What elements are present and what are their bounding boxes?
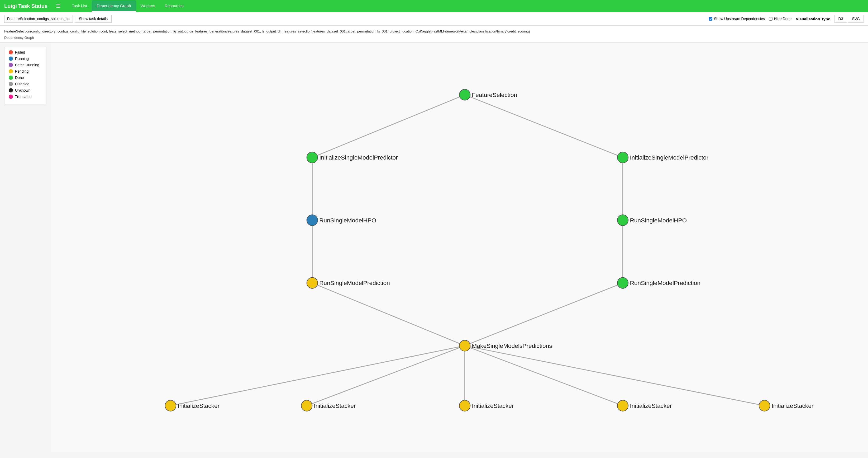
legend-item-disabled: Disabled (9, 82, 42, 86)
graph-node[interactable]: InitializeStacker (301, 400, 356, 411)
right-controls: Show Upstream Dependencies Hide Done Vis… (709, 15, 864, 23)
nav-resources[interactable]: Resources (160, 0, 188, 12)
node-circle (301, 400, 312, 411)
graph-node[interactable]: InitializeStacker (759, 400, 814, 411)
nav-dependency-graph[interactable]: Dependency Graph (92, 0, 135, 12)
legend-label: Truncated (15, 94, 32, 99)
graph-label: Dependency Graph (4, 35, 864, 40)
legend-dot (9, 63, 13, 67)
hamburger-icon[interactable]: ☰ (56, 3, 61, 9)
node-label: InitializeStacker (472, 402, 514, 409)
graph-node[interactable]: InitializeStacker (165, 400, 220, 411)
node-label: InitializeSingleModelPredictor (630, 154, 708, 161)
node-circle (307, 152, 318, 163)
show-upstream-label: Show Upstream Dependencies (714, 17, 765, 21)
graph-area: FeatureSelectionInitializeSingleModelPre… (51, 42, 868, 453)
dependency-graph-svg: FeatureSelectionInitializeSingleModelPre… (51, 42, 868, 453)
graph-node[interactable]: MakeSingleModelsPredictions (459, 340, 552, 351)
node-label: InitializeStacker (314, 402, 356, 409)
node-circle (617, 152, 628, 163)
graph-edge (312, 283, 465, 346)
node-label: RunSingleModelHPO (630, 217, 687, 224)
vis-d3-button[interactable]: D3 (835, 15, 847, 23)
main-nav: Task List Dependency Graph Workers Resou… (67, 0, 188, 12)
graph-node[interactable]: FeatureSelection (459, 89, 517, 100)
node-label: FeatureSelection (472, 91, 517, 98)
app-title: Luigi Task Status (4, 3, 48, 9)
node-label: InitializeStacker (771, 402, 813, 409)
node-label: InitializeStacker (178, 402, 219, 409)
legend-item-done: Done (9, 76, 42, 80)
node-circle (165, 400, 176, 411)
legend-item-truncated: Truncated (9, 94, 42, 99)
node-circle (459, 340, 470, 351)
hide-done-label: Hide Done (774, 17, 792, 21)
node-label: MakeSingleModelsPredictions (472, 342, 552, 349)
node-circle (307, 215, 318, 226)
legend-label: Running (15, 57, 29, 61)
vis-svg-button[interactable]: SVG (848, 15, 864, 23)
legend-label: Batch Running (15, 63, 39, 67)
legend-dot (9, 88, 13, 92)
node-circle (459, 400, 470, 411)
nav-workers[interactable]: Workers (136, 0, 160, 12)
task-input[interactable] (4, 15, 73, 23)
show-upstream-checkbox-label[interactable]: Show Upstream Dependencies (709, 17, 765, 21)
node-circle (617, 278, 628, 288)
node-circle (617, 215, 628, 226)
legend-label: Unknown (15, 88, 30, 92)
show-upstream-checkbox[interactable] (709, 17, 712, 21)
node-label: InitializeSingleModelPredictor (319, 154, 398, 161)
legend-item-unknown: Unknown (9, 88, 42, 92)
nav-task-list[interactable]: Task List (67, 0, 92, 12)
graph-edge (465, 346, 765, 406)
graph-edge (465, 283, 623, 346)
legend-item-failed: Failed (9, 50, 42, 54)
header: Luigi Task Status ☰ Task List Dependency… (0, 0, 868, 12)
node-circle (617, 400, 628, 411)
legend-item-running: Running (9, 57, 42, 61)
node-label: RunSingleModelPrediction (319, 280, 390, 287)
legend-dot (9, 76, 13, 80)
node-circle (459, 89, 470, 100)
graph-node[interactable]: InitializeStacker (617, 400, 672, 411)
graph-edge (307, 346, 465, 406)
legend-label: Pending (15, 69, 29, 74)
graph-edge (170, 346, 465, 406)
node-circle (307, 278, 318, 288)
legend-label: Disabled (15, 82, 29, 86)
legend-dot (9, 69, 13, 74)
graph-edge (312, 95, 465, 158)
legend-item-pending: Pending (9, 69, 42, 74)
vis-type-buttons: D3 SVG (835, 15, 864, 23)
hide-done-checkbox[interactable] (769, 17, 773, 21)
graph-edge (465, 95, 623, 158)
task-description: FeatureSelection(config_directory=config… (0, 26, 868, 42)
hide-done-checkbox-label[interactable]: Hide Done (769, 17, 792, 21)
legend-dot (9, 82, 13, 86)
legend: FailedRunningBatch RunningPendingDoneDis… (4, 47, 46, 104)
legend-dot (9, 57, 13, 61)
show-task-details-button[interactable]: Show task details (75, 15, 112, 23)
legend-dot (9, 94, 13, 99)
graph-node[interactable]: RunSingleModelHPO (307, 215, 376, 226)
graph-node[interactable]: RunSingleModelPrediction (307, 278, 390, 288)
node-label: RunSingleModelPrediction (630, 280, 701, 287)
graph-node[interactable]: RunSingleModelPrediction (617, 278, 701, 288)
graph-node[interactable]: RunSingleModelHPO (617, 215, 687, 226)
graph-node[interactable]: InitializeStacker (459, 400, 514, 411)
legend-item-batch-running: Batch Running (9, 63, 42, 67)
vis-type-label: Visualisation Type (796, 17, 830, 21)
task-desc-text: FeatureSelection(config_directory=config… (4, 29, 864, 34)
main-content: FailedRunningBatch RunningPendingDoneDis… (0, 42, 868, 453)
legend-dot (9, 50, 13, 54)
legend-label: Done (15, 76, 24, 80)
node-label: RunSingleModelHPO (319, 217, 376, 224)
graph-edge (465, 346, 623, 406)
node-circle (759, 400, 770, 411)
graph-node[interactable]: InitializeSingleModelPredictor (617, 152, 709, 163)
legend-label: Failed (15, 50, 25, 54)
node-label: InitializeStacker (630, 402, 672, 409)
toolbar: Show task details Show Upstream Dependen… (0, 12, 868, 26)
